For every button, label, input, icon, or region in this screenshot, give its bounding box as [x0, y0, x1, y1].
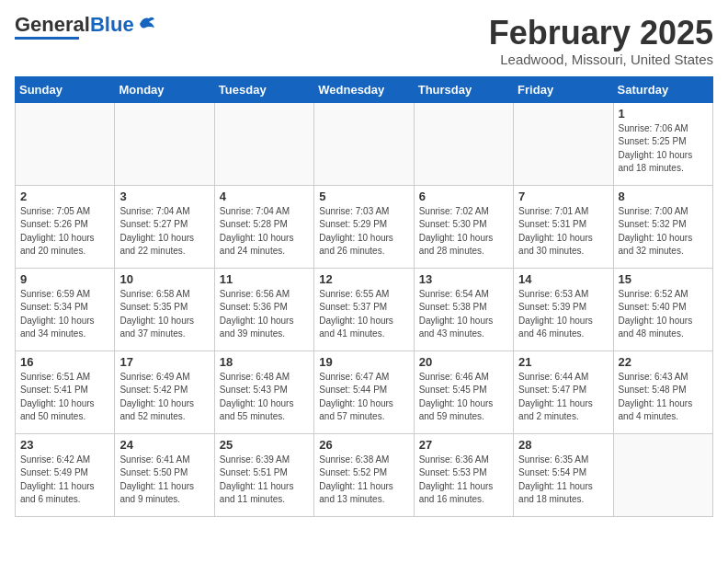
day-number: 9: [20, 272, 109, 286]
calendar-cell: 15Sunrise: 6:52 AM Sunset: 5:40 PM Dayli…: [613, 268, 712, 350]
day-number: 23: [20, 438, 109, 452]
day-number: 18: [220, 355, 309, 369]
title-block: February 2025 Leadwood, Missouri, United…: [489, 15, 713, 67]
calendar-cell: [414, 102, 513, 185]
calendar-cell: 11Sunrise: 6:56 AM Sunset: 5:36 PM Dayli…: [214, 268, 313, 350]
day-number: 21: [518, 355, 608, 369]
day-number: 20: [419, 355, 508, 369]
calendar-day-header: Saturday: [613, 76, 712, 102]
calendar-cell: 3Sunrise: 7:04 AM Sunset: 5:27 PM Daylig…: [115, 185, 214, 268]
calendar-cell: 20Sunrise: 6:46 AM Sunset: 5:45 PM Dayli…: [414, 350, 513, 433]
calendar-cell: [314, 102, 414, 185]
day-info: Sunrise: 6:38 AM Sunset: 5:52 PM Dayligh…: [319, 454, 408, 507]
day-number: 3: [119, 190, 209, 203]
calendar-cell: 8Sunrise: 7:00 AM Sunset: 5:32 PM Daylig…: [613, 185, 712, 268]
day-info: Sunrise: 6:55 AM Sunset: 5:37 PM Dayligh…: [319, 288, 408, 341]
day-info: Sunrise: 6:49 AM Sunset: 5:42 PM Dayligh…: [119, 371, 209, 424]
calendar-day-header: Wednesday: [314, 76, 414, 102]
calendar-cell: 2Sunrise: 7:05 AM Sunset: 5:26 PM Daylig…: [16, 185, 115, 268]
day-info: Sunrise: 7:05 AM Sunset: 5:26 PM Dayligh…: [20, 205, 109, 259]
calendar-day-header: Friday: [514, 76, 613, 102]
day-info: Sunrise: 7:04 AM Sunset: 5:27 PM Dayligh…: [119, 205, 209, 259]
logo-bird-icon: [136, 15, 156, 31]
day-info: Sunrise: 6:36 AM Sunset: 5:53 PM Dayligh…: [419, 454, 508, 507]
day-number: 4: [220, 190, 309, 203]
day-info: Sunrise: 6:39 AM Sunset: 5:51 PM Dayligh…: [220, 454, 309, 507]
day-number: 15: [619, 272, 708, 286]
calendar-table: SundayMondayTuesdayWednesdayThursdayFrid…: [15, 76, 713, 517]
calendar-cell: 6Sunrise: 7:02 AM Sunset: 5:30 PM Daylig…: [414, 185, 513, 268]
calendar-cell: 22Sunrise: 6:43 AM Sunset: 5:48 PM Dayli…: [613, 350, 712, 433]
day-number: 2: [20, 190, 109, 203]
day-info: Sunrise: 6:47 AM Sunset: 5:44 PM Dayligh…: [319, 371, 408, 424]
page-header: GeneralBlue February 2025 Leadwood, Miss…: [15, 15, 713, 67]
calendar-cell: 28Sunrise: 6:35 AM Sunset: 5:54 PM Dayli…: [514, 433, 613, 516]
calendar-cell: [514, 102, 613, 185]
calendar-week-row: 2Sunrise: 7:05 AM Sunset: 5:26 PM Daylig…: [16, 185, 713, 268]
calendar-cell: 26Sunrise: 6:38 AM Sunset: 5:52 PM Dayli…: [314, 433, 414, 516]
calendar-week-row: 9Sunrise: 6:59 AM Sunset: 5:34 PM Daylig…: [16, 268, 713, 350]
calendar-week-row: 16Sunrise: 6:51 AM Sunset: 5:41 PM Dayli…: [16, 350, 713, 433]
day-number: 11: [220, 272, 309, 286]
calendar-cell: 25Sunrise: 6:39 AM Sunset: 5:51 PM Dayli…: [214, 433, 313, 516]
day-number: 1: [619, 107, 708, 121]
day-info: Sunrise: 6:46 AM Sunset: 5:45 PM Dayligh…: [419, 371, 508, 424]
calendar-week-row: 1Sunrise: 7:06 AM Sunset: 5:25 PM Daylig…: [16, 102, 713, 185]
calendar-cell: 10Sunrise: 6:58 AM Sunset: 5:35 PM Dayli…: [115, 268, 214, 350]
day-info: Sunrise: 7:01 AM Sunset: 5:31 PM Dayligh…: [518, 205, 608, 259]
calendar-cell: 27Sunrise: 6:36 AM Sunset: 5:53 PM Dayli…: [414, 433, 513, 516]
day-number: 28: [518, 438, 608, 452]
day-info: Sunrise: 6:58 AM Sunset: 5:35 PM Dayligh…: [119, 288, 209, 341]
calendar-cell: 13Sunrise: 6:54 AM Sunset: 5:38 PM Dayli…: [414, 268, 513, 350]
calendar-cell: 4Sunrise: 7:04 AM Sunset: 5:28 PM Daylig…: [214, 185, 313, 268]
calendar-cell: [214, 102, 313, 185]
calendar-cell: 18Sunrise: 6:48 AM Sunset: 5:43 PM Dayli…: [214, 350, 313, 433]
day-number: 25: [220, 438, 309, 452]
day-number: 6: [419, 190, 508, 203]
day-info: Sunrise: 6:42 AM Sunset: 5:49 PM Dayligh…: [20, 454, 109, 507]
day-number: 7: [518, 190, 608, 203]
day-number: 16: [20, 355, 109, 369]
day-number: 13: [419, 272, 508, 286]
day-info: Sunrise: 6:44 AM Sunset: 5:47 PM Dayligh…: [518, 371, 608, 424]
calendar-cell: 1Sunrise: 7:06 AM Sunset: 5:25 PM Daylig…: [613, 102, 712, 185]
day-number: 26: [319, 438, 408, 452]
calendar-week-row: 23Sunrise: 6:42 AM Sunset: 5:49 PM Dayli…: [16, 433, 713, 516]
logo-underline: [15, 37, 79, 40]
calendar-cell: 17Sunrise: 6:49 AM Sunset: 5:42 PM Dayli…: [115, 350, 214, 433]
day-info: Sunrise: 7:02 AM Sunset: 5:30 PM Dayligh…: [419, 205, 508, 259]
day-info: Sunrise: 6:43 AM Sunset: 5:48 PM Dayligh…: [619, 371, 708, 424]
logo-general-text: General: [15, 13, 90, 36]
day-info: Sunrise: 7:04 AM Sunset: 5:28 PM Dayligh…: [220, 205, 309, 259]
logo-blue-text: Blue: [90, 13, 134, 36]
day-info: Sunrise: 6:56 AM Sunset: 5:36 PM Dayligh…: [220, 288, 309, 341]
day-info: Sunrise: 6:51 AM Sunset: 5:41 PM Dayligh…: [20, 371, 109, 424]
day-info: Sunrise: 6:41 AM Sunset: 5:50 PM Dayligh…: [119, 454, 209, 507]
calendar-day-header: Tuesday: [214, 76, 313, 102]
calendar-cell: 5Sunrise: 7:03 AM Sunset: 5:29 PM Daylig…: [314, 185, 414, 268]
day-info: Sunrise: 6:53 AM Sunset: 5:39 PM Dayligh…: [518, 288, 608, 341]
day-info: Sunrise: 6:59 AM Sunset: 5:34 PM Dayligh…: [20, 288, 109, 341]
month-title: February 2025: [489, 15, 713, 52]
calendar-cell: [115, 102, 214, 185]
calendar-cell: 19Sunrise: 6:47 AM Sunset: 5:44 PM Dayli…: [314, 350, 414, 433]
day-number: 17: [119, 355, 209, 369]
day-info: Sunrise: 7:03 AM Sunset: 5:29 PM Dayligh…: [319, 205, 408, 259]
day-number: 8: [619, 190, 708, 203]
logo: GeneralBlue: [15, 15, 156, 40]
calendar-day-header: Monday: [115, 76, 214, 102]
day-number: 27: [419, 438, 508, 452]
calendar-cell: 14Sunrise: 6:53 AM Sunset: 5:39 PM Dayli…: [514, 268, 613, 350]
day-number: 22: [619, 355, 708, 369]
calendar-day-header: Sunday: [16, 76, 115, 102]
calendar-cell: 7Sunrise: 7:01 AM Sunset: 5:31 PM Daylig…: [514, 185, 613, 268]
calendar-cell: 12Sunrise: 6:55 AM Sunset: 5:37 PM Dayli…: [314, 268, 414, 350]
day-info: Sunrise: 6:48 AM Sunset: 5:43 PM Dayligh…: [220, 371, 309, 424]
calendar-day-header: Thursday: [414, 76, 513, 102]
day-number: 12: [319, 272, 408, 286]
calendar-cell: [16, 102, 115, 185]
calendar-cell: 24Sunrise: 6:41 AM Sunset: 5:50 PM Dayli…: [115, 433, 214, 516]
day-number: 24: [119, 438, 209, 452]
day-info: Sunrise: 7:00 AM Sunset: 5:32 PM Dayligh…: [619, 205, 708, 259]
calendar-cell: 21Sunrise: 6:44 AM Sunset: 5:47 PM Dayli…: [514, 350, 613, 433]
